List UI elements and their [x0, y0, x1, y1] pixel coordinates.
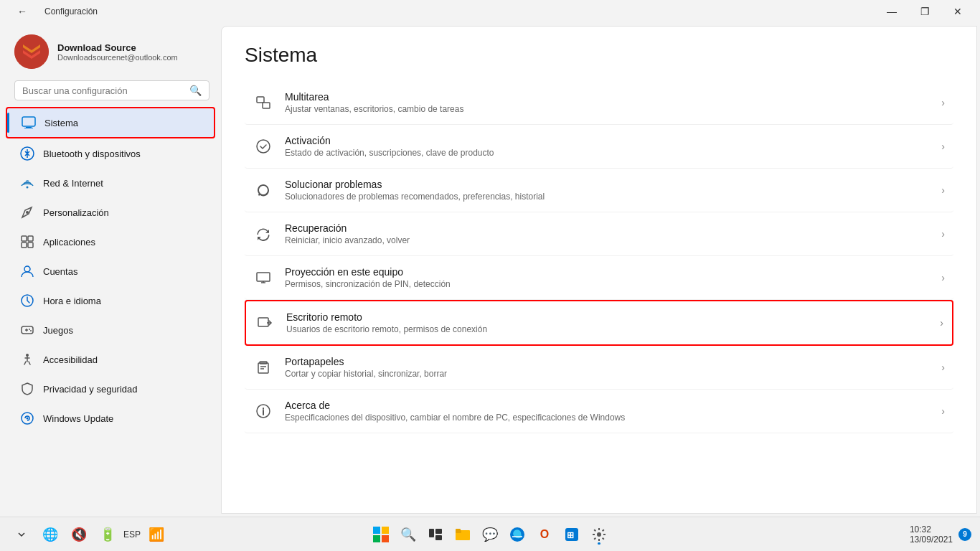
settings-item-solucionar[interactable]: Solucionar problemas Solucionadores de p…	[245, 169, 953, 212]
sidebar-item-personalizacion[interactable]: Personalización	[6, 198, 215, 227]
sidebar-item-sistema[interactable]: Sistema	[6, 107, 215, 138]
settings-list: Multitarea Ajustar ventanas, escritorios…	[245, 81, 953, 433]
settings-item-text: Escritorio remoto Usuarios de escritorio…	[286, 311, 487, 334]
sidebar-item-hora[interactable]: Hora e idioma	[6, 286, 215, 315]
svg-rect-11	[22, 242, 27, 248]
settings-item-subtitle: Usuarios de escritorio remoto, permisos …	[286, 324, 487, 334]
sys-tray: 10:32 13/09/2021 9	[910, 524, 971, 545]
settings-taskbar-button[interactable]	[586, 522, 612, 547]
start-button[interactable]	[368, 522, 394, 547]
search-box[interactable]: 🔍	[14, 80, 209, 100]
taskview-button[interactable]	[423, 522, 448, 547]
sistema-icon	[22, 116, 36, 130]
settings-item-multitarea[interactable]: Multitarea Ajustar ventanas, escritorios…	[245, 81, 953, 125]
restore-button[interactable]: ❐	[908, 0, 941, 23]
close-button[interactable]: ✕	[941, 0, 974, 23]
sidebar-item-juegos[interactable]: Juegos	[6, 316, 215, 344]
settings-item-text: Acerca de Especificaciones del dispositi…	[285, 400, 625, 423]
titlebar: ← Configuración — ❐ ✕	[0, 0, 980, 23]
svg-rect-34	[435, 529, 442, 534]
settings-item-title: Activación	[285, 135, 494, 146]
sidebar: Download Source Downloadsourcenet@outloo…	[0, 23, 221, 517]
sidebar-item-accesibilidad[interactable]: Accesibilidad	[6, 345, 215, 374]
back-button[interactable]: ←	[6, 0, 39, 23]
sidebar-item-label: Hora e idioma	[43, 296, 101, 306]
time-display: 10:32 13/09/2021	[910, 524, 953, 545]
settings-item-subtitle: Solucionadores de problemas recomendados…	[285, 192, 545, 202]
volume-icon[interactable]: 🔇	[66, 522, 92, 547]
system-tray-arrow[interactable]	[9, 522, 34, 547]
settings-item-left: Activación Estado de activación, suscrip…	[253, 135, 494, 158]
office-button[interactable]: O	[532, 522, 557, 547]
svg-rect-22	[263, 103, 270, 108]
sidebar-item-label: Windows Update	[43, 413, 113, 424]
settings-item-activacion[interactable]: Activación Estado de activación, suscrip…	[245, 125, 953, 169]
settings-item-subtitle: Especificaciones del dispositivo, cambia…	[285, 413, 625, 423]
svg-rect-3	[22, 117, 35, 126]
taskbar-center: 🔍 💬 O ⊞	[368, 522, 612, 547]
notification-badge[interactable]: 9	[958, 528, 971, 541]
titlebar-title: Configuración	[44, 6, 98, 17]
profile-name: Download Source	[57, 42, 178, 53]
taskbar-left: 🌐 🔇 🔋 ESP 📶	[9, 522, 169, 547]
network-icon[interactable]: 🌐	[37, 522, 63, 547]
sidebar-item-cuentas[interactable]: Cuentas	[6, 257, 215, 286]
taskbar-right: 10:32 13/09/2021 9	[910, 524, 971, 545]
settings-item-escritorio[interactable]: Escritorio remoto Usuarios de escritorio…	[245, 300, 953, 346]
sidebar-item-windowsupdate[interactable]: Windows Update	[6, 404, 215, 433]
svg-point-8	[26, 211, 29, 214]
edge-button[interactable]	[504, 522, 530, 547]
sidebar-item-label: Red & Internet	[43, 178, 103, 189]
file-explorer-button[interactable]	[450, 522, 476, 547]
svg-rect-31	[373, 535, 380, 542]
minimize-button[interactable]: —	[875, 0, 908, 23]
settings-item-text: Solucionar problemas Solucionadores de p…	[285, 179, 545, 202]
settings-item-acerca[interactable]: Acerca de Especificaciones del dispositi…	[245, 390, 953, 433]
settings-item-left: Multitarea Ajustar ventanas, escritorios…	[253, 91, 463, 114]
svg-rect-29	[373, 527, 380, 534]
store-button[interactable]: ⊞	[559, 522, 585, 547]
sidebar-item-label: Personalización	[43, 207, 109, 218]
settings-item-subtitle: Cortar y copiar historial, sincronizar, …	[285, 369, 447, 379]
solucionar-settings-icon	[253, 180, 273, 200]
settings-item-text: Recuperación Reiniciar, inicio avanzado,…	[285, 222, 410, 245]
svg-text:⊞: ⊞	[567, 530, 574, 540]
bluetooth-icon	[20, 146, 34, 161]
search-taskbar-button[interactable]: 🔍	[395, 522, 421, 547]
settings-item-portapapeles[interactable]: Portapapeles Cortar y copiar historial, …	[245, 346, 953, 390]
svg-point-20	[27, 418, 29, 420]
battery-icon[interactable]: 🔋	[95, 522, 121, 547]
main-panel: Sistema Multitarea Ajustar ventanas, esc…	[221, 26, 977, 514]
settings-item-recuperacion[interactable]: Recuperación Reiniciar, inicio avanzado,…	[245, 212, 953, 256]
sidebar-item-label: Aplicaciones	[43, 237, 95, 248]
settings-item-text: Proyección en este equipo Permisos, sinc…	[285, 266, 451, 289]
settings-item-proyeccion[interactable]: Proyección en este equipo Permisos, sinc…	[245, 256, 953, 300]
time: 10:32	[910, 524, 953, 534]
sidebar-item-red[interactable]: Red & Internet	[6, 169, 215, 197]
sidebar-item-aplicaciones[interactable]: Aplicaciones	[6, 227, 215, 256]
chevron-right-icon: ›	[941, 272, 945, 283]
settings-item-title: Escritorio remoto	[286, 311, 487, 323]
language-label: ESP	[123, 529, 141, 540]
sidebar-item-privacidad[interactable]: Privacidad y seguridad	[6, 375, 215, 403]
taskbar: 🌐 🔇 🔋 ESP 📶 🔍 💬 O ⊞	[0, 517, 980, 551]
settings-item-text: Portapapeles Cortar y copiar historial, …	[285, 356, 447, 379]
svg-rect-30	[382, 527, 389, 534]
acerca-settings-icon	[253, 401, 273, 421]
recuperacion-settings-icon	[253, 224, 273, 244]
sidebar-item-bluetooth[interactable]: Bluetooth y dispositivos	[6, 139, 215, 168]
red-icon	[20, 176, 34, 190]
settings-item-left: Acerca de Especificaciones del dispositi…	[253, 400, 625, 423]
titlebar-controls: — ❐ ✕	[875, 0, 974, 23]
search-input[interactable]	[22, 85, 185, 96]
page-title: Sistema	[245, 44, 953, 67]
chevron-right-icon: ›	[941, 184, 945, 196]
svg-rect-27	[258, 363, 268, 373]
settings-item-text: Activación Estado de activación, suscrip…	[285, 135, 494, 158]
wifi-icon[interactable]: 📶	[143, 522, 169, 547]
chevron-right-icon: ›	[941, 362, 945, 373]
settings-item-subtitle: Ajustar ventanas, escritorios, cambio de…	[285, 104, 463, 114]
multitarea-settings-icon	[253, 93, 273, 113]
teams-button[interactable]: 💬	[477, 522, 503, 547]
titlebar-left: ← Configuración	[6, 0, 98, 23]
